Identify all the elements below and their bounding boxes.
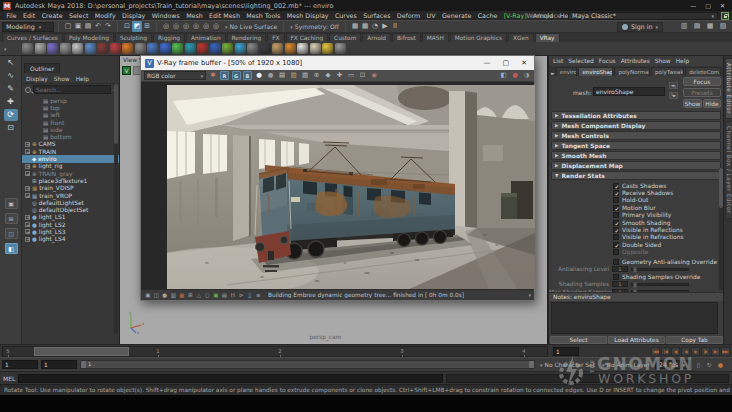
outliner-item[interactable]: ◎ defaultObjectSet (22, 206, 119, 213)
shelf-icon[interactable] (147, 43, 158, 54)
snap-icon[interactable]: ◎ (161, 21, 171, 32)
shelf-tab[interactable]: FX Caching (286, 33, 329, 42)
file-op-icon[interactable]: ↶ (93, 21, 103, 32)
side-panel-tab[interactable]: Attribute Editor (725, 58, 732, 119)
vfb-toolbar-icon[interactable]: ◆ (324, 71, 333, 80)
ae-node-tab[interactable]: polyTweak8 (651, 67, 684, 76)
tool-button[interactable]: ⊡ (4, 122, 18, 134)
shelf-icon[interactable] (22, 43, 33, 54)
vfb-toolbar-icon[interactable]: ▭ (347, 71, 356, 80)
focus-button[interactable]: Focus (683, 77, 721, 86)
shelf-icon[interactable] (297, 43, 308, 54)
shelf-icon[interactable] (172, 43, 183, 54)
shelf-tab[interactable]: Motion Graphics (450, 33, 507, 42)
selection-mode-icon[interactable]: ◩ (132, 21, 142, 32)
shelf-tab[interactable]: Bifrost (392, 33, 421, 42)
outliner-item[interactable]: ⊕ light_rig (22, 163, 119, 170)
file-op-icon[interactable]: ▤ (83, 21, 93, 32)
vfb-toolbar-icon[interactable]: ● (255, 71, 264, 80)
ae-section-header[interactable]: ▶ Mesh Component Display (551, 121, 721, 130)
vfb-toolbar-icon[interactable]: ✱ (209, 71, 218, 80)
file-op-icon[interactable]: ↷ (103, 21, 113, 32)
ae-footer-button[interactable]: Select (550, 336, 607, 344)
vfb-close-button[interactable]: ✕ (521, 59, 527, 67)
ae-node-tab[interactable]: enviroShape (578, 67, 613, 76)
lock-workspace-icon[interactable] (721, 12, 729, 20)
expand-toggle[interactable] (36, 105, 41, 110)
menu-item[interactable]: Mesh Tools (243, 12, 283, 19)
expand-toggle[interactable] (36, 113, 41, 118)
notes-area[interactable] (551, 302, 718, 334)
range-end-field[interactable]: 1 (41, 360, 77, 369)
shelf-icon[interactable] (122, 43, 133, 54)
shelf-icon[interactable] (185, 43, 196, 54)
shelf-icon[interactable] (322, 43, 333, 54)
outliner-menu-item[interactable]: Display (26, 76, 48, 82)
shelf-icon[interactable] (97, 43, 108, 54)
checkbox[interactable] (613, 274, 619, 280)
menu-item[interactable]: [V-Ray] (500, 12, 529, 19)
range-handle-right[interactable] (529, 361, 534, 368)
menu-item[interactable]: Curves (332, 12, 360, 19)
vfb-status-icon[interactable]: ○ (204, 292, 212, 298)
vfb-status-icon[interactable]: ▣ (144, 292, 152, 298)
ae-footer-button[interactable]: Load Attributes (608, 336, 665, 344)
shelf-icon[interactable] (85, 43, 96, 54)
shelf-icon[interactable] (335, 43, 346, 54)
checkbox[interactable] (613, 197, 619, 203)
menu-item[interactable]: Generate (439, 12, 475, 19)
command-language-toggle[interactable]: MEL (3, 375, 15, 382)
range-start-field[interactable]: 1 (2, 360, 38, 369)
menu-item[interactable]: Mesh (183, 12, 206, 19)
vfb-status-icon[interactable]: ● (161, 292, 169, 298)
vfb-toolbar-icon[interactable]: R (220, 71, 229, 80)
vfb-toolbar-icon[interactable]: ▥ (289, 71, 298, 80)
outliner-item[interactable]: ▦ train_VROP (22, 192, 119, 199)
expand-toggle[interactable] (25, 142, 30, 147)
outliner-item[interactable]: ⊕ TRAIN_gray (22, 170, 119, 177)
outliner-item[interactable]: ● light_LS4 (22, 236, 119, 243)
expand-toggle[interactable] (36, 135, 41, 140)
outliner-item[interactable]: ⊕ CAMS (22, 141, 119, 148)
shelf-tab[interactable]: Arnold (362, 33, 391, 42)
vray-viewport-icon[interactable]: V (122, 66, 131, 75)
ae-node-tab[interactable]: enviro (556, 67, 578, 76)
ae-section-header[interactable]: ▶ Mesh Controls (551, 131, 721, 140)
vfb-render-control-icon[interactable]: ● (511, 71, 520, 80)
vfb-maximize-button[interactable]: ▢ (503, 59, 510, 67)
outliner-item[interactable]: ▤ side (22, 126, 119, 133)
ui-toggle-icon[interactable]: ▥ (679, 21, 689, 32)
shelf-icon[interactable] (260, 43, 271, 54)
vfb-toolbar-icon[interactable]: ⊡ (358, 71, 367, 80)
file-op-icon[interactable]: ▣ (73, 21, 83, 32)
layout-button[interactable]: ◧ (5, 243, 18, 254)
shelf-icon[interactable] (272, 43, 283, 54)
minimize-button[interactable]: — (690, 1, 696, 11)
tool-button[interactable]: ⟳ (4, 109, 18, 121)
shelf-icon[interactable] (197, 43, 208, 54)
vfb-toolbar-icon[interactable]: B (243, 71, 252, 80)
ae-section-header[interactable]: ▶ Tangent Space (551, 141, 721, 150)
menu-item[interactable]: Edit (20, 12, 39, 19)
render-icon[interactable]: ▦ (360, 21, 370, 32)
show-button[interactable]: Show (683, 99, 702, 108)
outliner-item[interactable]: ▦ train_VDISP (22, 185, 119, 192)
expand-toggle[interactable] (36, 120, 41, 125)
ae-menu-item[interactable]: Help (676, 58, 689, 64)
vfb-status-caret-icon[interactable]: ▾ (528, 292, 531, 298)
expand-toggle[interactable] (25, 178, 30, 183)
outliner-scrollbar[interactable] (114, 84, 118, 334)
shelf-tab[interactable]: Poly Modeling (64, 33, 114, 42)
selection-mode-icon[interactable]: ⊞ (142, 21, 152, 32)
tool-button[interactable]: ↖ (4, 57, 18, 69)
snap-icon[interactable]: ◎ (211, 21, 221, 32)
expand-toggle[interactable] (25, 229, 30, 234)
ae-section-header[interactable]: ▶ Tessellation Attributes (551, 111, 721, 120)
sign-in-button[interactable]: Sign in (617, 22, 663, 32)
vfb-status-icon[interactable]: ▯ (246, 292, 254, 298)
shelf-tab[interactable]: Curves / Surfaces (2, 33, 63, 42)
shelf-icon[interactable] (160, 43, 171, 54)
outliner-menu-item[interactable]: Help (76, 76, 89, 82)
shelf-icon[interactable] (285, 43, 296, 54)
checkbox[interactable] (613, 205, 619, 211)
